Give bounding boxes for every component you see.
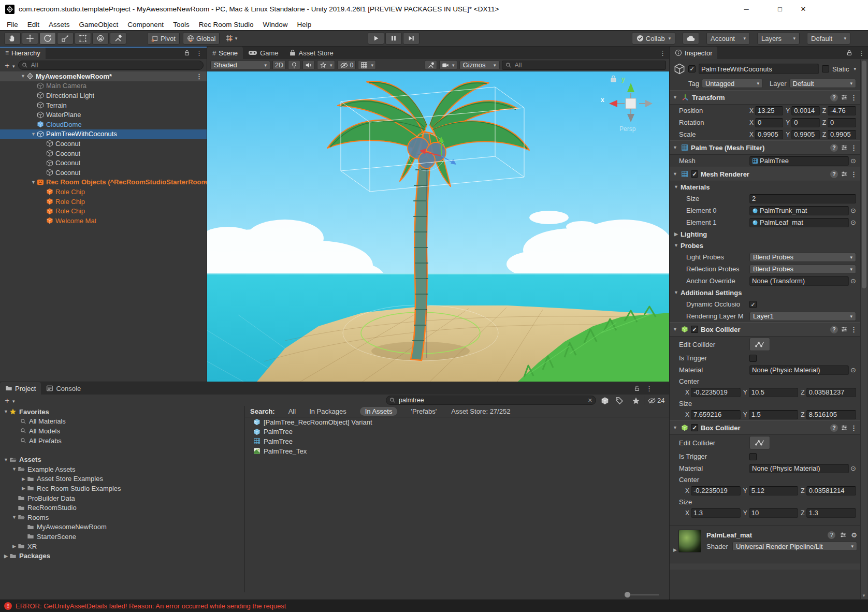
scene-audio-toggle[interactable] <box>302 60 315 70</box>
layer-dropdown[interactable]: Default <box>789 79 857 88</box>
thumbnail-zoom-slider[interactable] <box>625 592 659 598</box>
close-button[interactable]: ✕ <box>794 3 812 16</box>
hidden-objects-button[interactable]: 0 <box>337 60 356 70</box>
maximize-button[interactable]: □ <box>771 3 789 16</box>
scene-search-input[interactable] <box>514 61 662 69</box>
tree-assets[interactable]: ▼Assets <box>0 455 243 464</box>
dynamic-occlusion-checkbox[interactable] <box>749 301 757 308</box>
scene-menu-icon[interactable]: ⋮ <box>196 72 202 80</box>
tree-rec-room-studio-examples[interactable]: ▶Rec Room Studio Examples <box>0 484 243 493</box>
gameobject-name-field[interactable]: PalmTreeWithCoconuts <box>699 64 819 74</box>
object-picker-icon[interactable]: ⊙ <box>850 157 856 165</box>
menu-window[interactable]: Window <box>258 21 292 28</box>
tab-hierarchy[interactable]: ≡ Hierarchy <box>0 47 46 59</box>
size-y-field[interactable]: 10 <box>749 508 799 518</box>
tab-asset-store[interactable]: Asset Store <box>284 47 339 59</box>
help-icon[interactable]: ? <box>830 144 838 152</box>
scale-tool-button[interactable] <box>57 32 74 45</box>
hierarchy-scene-row[interactable]: ▼ MyAwesomeNewRoom* ⋮ <box>0 71 207 81</box>
scope-asset-store[interactable]: Asset Store: 27/252 <box>451 407 510 415</box>
light-probes-dropdown[interactable]: Blend Probes <box>749 253 856 262</box>
tab-scene[interactable]: #Scene <box>207 47 243 59</box>
center-z-field[interactable]: 0.03581237 <box>806 388 856 397</box>
hierarchy-item-role-chip[interactable]: Role Chip <box>0 187 207 197</box>
component-enabled-checkbox[interactable] <box>691 424 698 431</box>
presets-icon[interactable] <box>840 531 847 538</box>
scene-lighting-toggle[interactable] <box>288 60 300 70</box>
size-z-field[interactable]: 1.3 <box>806 508 856 518</box>
lock-icon[interactable] <box>183 49 191 56</box>
hierarchy-item-terrain[interactable]: Terrain <box>0 100 207 110</box>
panel-menu-icon[interactable]: ⋮ <box>646 385 653 392</box>
scale-z-field[interactable]: 0.9905 <box>828 130 856 139</box>
hierarchy-item-main-camera[interactable]: Main Camera <box>0 81 207 91</box>
menu-help[interactable]: Help <box>292 21 316 28</box>
tab-game[interactable]: Game <box>243 47 283 59</box>
hierarchy-item-rec-room-objects[interactable]: ▼Rec Room Objects (^RecRoomStudioStarter… <box>0 178 207 187</box>
tree-myawesomenewroom[interactable]: MyAwesomeNewRoom <box>0 522 243 532</box>
component-enabled-checkbox[interactable] <box>691 326 698 333</box>
scope-prefabs[interactable]: 'Prefabs' <box>411 407 437 415</box>
object-picker-icon[interactable]: ⊙ <box>850 277 856 285</box>
foldout-open-icon[interactable]: ▼ <box>30 180 37 185</box>
favorite-all-materials[interactable]: All Materials <box>0 417 243 427</box>
hierarchy-item-role-chip[interactable]: Role Chip <box>0 206 207 216</box>
menu-gameobject[interactable]: GameObject <box>75 21 123 28</box>
add-object-button[interactable]: ＋▾ <box>3 61 15 70</box>
collab-dropdown[interactable]: Collab▾ <box>632 32 675 45</box>
size-y-field[interactable]: 1.5 <box>749 410 799 419</box>
panel-menu-icon[interactable]: ⋮ <box>196 49 202 57</box>
presets-icon[interactable] <box>841 144 848 151</box>
hidden-packages-eye-icon[interactable] <box>647 397 656 404</box>
element1-field[interactable]: PalmLeaf_mat <box>749 218 849 227</box>
result-palmtree-recroomobject-variant[interactable]: [PalmTree_RecRoomObject] Variant <box>245 417 669 427</box>
favorites-row[interactable]: ▼Favorites <box>0 407 243 417</box>
materials-size-field[interactable]: 2 <box>749 194 856 203</box>
additional-settings-foldout[interactable]: ▼Additional Settings <box>670 287 860 298</box>
hierarchy-item-welcome-mat[interactable]: Welcome Mat <box>0 216 207 226</box>
search-by-type-icon[interactable] <box>601 397 609 405</box>
hierarchy-item-coconut[interactable]: Coconut <box>0 149 207 158</box>
transform-tool-button[interactable] <box>92 32 109 45</box>
scope-all[interactable]: All <box>288 407 296 415</box>
position-x-field[interactable]: 13.25 <box>755 106 783 115</box>
physic-material-field[interactable]: None (Physic Material) <box>749 464 849 473</box>
save-search-star-icon[interactable] <box>632 397 640 405</box>
hierarchy-item-directional-light[interactable]: Directional Light <box>0 91 207 100</box>
hierarchy-item-coconut[interactable]: Coconut <box>0 168 207 178</box>
hierarchy-item-coconut[interactable]: Coconut <box>0 158 207 168</box>
edit-collider-button[interactable] <box>749 436 770 449</box>
center-x-field[interactable]: -0.2235019 <box>691 486 741 496</box>
more-icon[interactable]: ⋮ <box>850 144 857 152</box>
center-z-field[interactable]: 0.03581214 <box>806 486 856 496</box>
minimize-button[interactable]: ─ <box>737 3 755 16</box>
foldout-open-icon[interactable]: ▼ <box>672 95 678 100</box>
probes-foldout[interactable]: ▼Probes <box>670 240 860 251</box>
step-button[interactable] <box>403 32 419 45</box>
size-z-field[interactable]: 8.516105 <box>806 410 856 419</box>
foldout-open-icon[interactable]: ▼ <box>672 171 678 177</box>
layout-dropdown[interactable]: Default▾ <box>807 32 850 45</box>
gizmos-dropdown[interactable]: Gizmos <box>459 61 500 70</box>
menu-tools[interactable]: Tools <box>168 21 194 28</box>
move-tool-button[interactable] <box>22 32 38 45</box>
materials-foldout[interactable]: ▼Materials <box>670 181 860 193</box>
component-tools-button[interactable] <box>425 60 437 70</box>
tree-example-assets[interactable]: ▼Example Assets <box>0 464 243 474</box>
hierarchy-search-input[interactable] <box>30 61 200 69</box>
component-enabled-checkbox[interactable] <box>691 170 698 178</box>
more-icon[interactable]: ⋮ <box>850 326 857 333</box>
scene-search[interactable] <box>502 61 666 70</box>
hierarchy-item-waterplane[interactable]: WaterPlane <box>0 110 207 120</box>
material-thumbnail[interactable] <box>678 530 701 552</box>
hierarchy-item-role-chip[interactable]: Role Chip <box>0 197 207 207</box>
tab-inspector[interactable]: Inspector <box>670 47 717 59</box>
position-y-field[interactable]: 0.0014 <box>791 106 819 115</box>
pivot-toggle[interactable]: Pivot <box>147 32 180 45</box>
foldout-open-icon[interactable]: ▼ <box>672 327 678 332</box>
scale-y-field[interactable]: 0.9905 <box>791 130 819 139</box>
shading-mode-dropdown[interactable]: Shaded <box>210 61 270 70</box>
object-picker-icon[interactable]: ⊙ <box>850 464 856 472</box>
lock-icon[interactable] <box>846 49 853 56</box>
cloud-button[interactable] <box>683 32 699 45</box>
